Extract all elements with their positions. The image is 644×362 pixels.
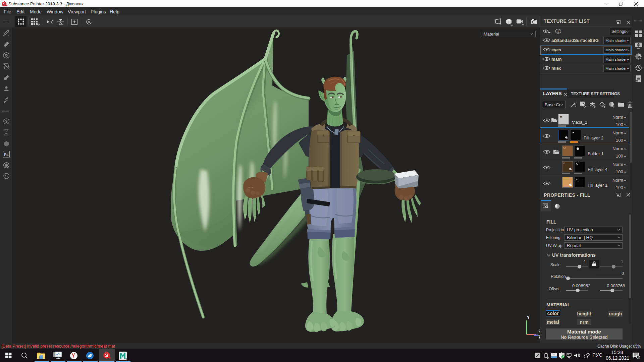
svg-text:MAYA: MAYA xyxy=(125,358,127,359)
svg-text:Y: Y xyxy=(527,315,531,320)
svg-text:S: S xyxy=(5,174,7,178)
svg-text:S: S xyxy=(105,353,108,358)
svg-text:1: 1 xyxy=(637,356,639,359)
svg-text:1: 1 xyxy=(557,30,559,33)
svg-text:S: S xyxy=(5,119,7,123)
